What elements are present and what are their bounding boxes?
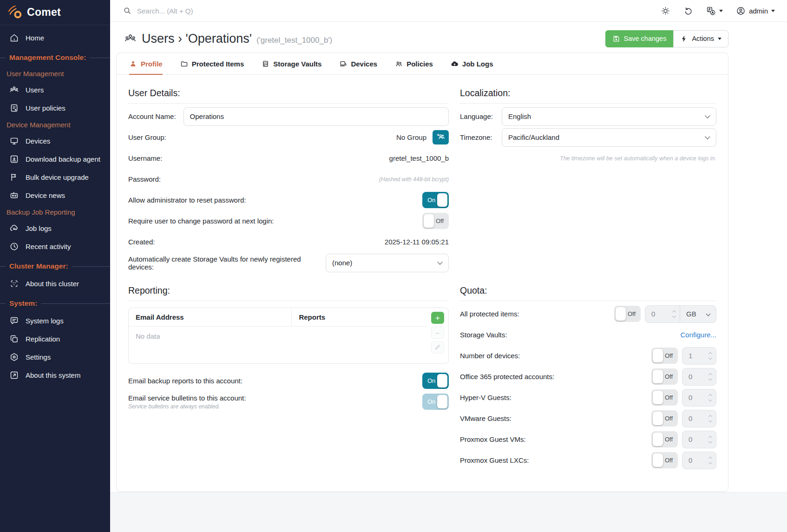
tab-policies[interactable]: Policies: [395, 53, 433, 74]
chevron-down-icon: [705, 134, 710, 139]
sidebar-item-user-policies[interactable]: User policies: [0, 99, 110, 117]
language-select[interactable]: English: [502, 107, 716, 126]
people-icon: [395, 60, 403, 68]
sidebar-item-label: Devices: [26, 137, 50, 145]
configure-link[interactable]: Configure...: [680, 331, 716, 339]
search-input[interactable]: [137, 7, 332, 15]
chat-log-icon: [9, 316, 19, 326]
sidebar-item-devices[interactable]: Devices: [0, 132, 110, 150]
quota-value-stepper[interactable]: 0: [682, 410, 716, 427]
pencil-icon: [434, 344, 441, 352]
gear-icon: [9, 352, 19, 362]
devices-quota-toggle[interactable]: Off: [651, 348, 678, 364]
home-icon: [9, 33, 19, 43]
allow-reset-toggle[interactable]: On: [422, 192, 449, 208]
toggle-knob: [653, 370, 663, 383]
sidebar-heading-cluster-manager: Cluster Manager:: [0, 257, 110, 275]
timezone-note: The timezone will be set automatically w…: [460, 155, 716, 162]
require-change-toggle[interactable]: Off: [422, 213, 449, 229]
brand-logo[interactable]: Comet: [0, 0, 110, 25]
sidebar-item-users[interactable]: Users: [0, 81, 110, 99]
comet-logo-icon: [7, 5, 23, 20]
admin-menu[interactable]: admin: [736, 6, 775, 16]
assign-group-button[interactable]: [433, 130, 449, 144]
save-icon: [612, 35, 620, 43]
main-area: Users › 'Operations' ('gretel_test_1000_…: [110, 22, 787, 532]
proxmox-lxc-quota-toggle[interactable]: Off: [651, 452, 678, 468]
quota-value-stepper[interactable]: 0: [682, 368, 716, 386]
row-password: Password: (Hashed with 448-bit bcrypt): [128, 169, 449, 190]
proxmox-vm-quota-toggle[interactable]: Off: [651, 431, 678, 447]
chevron-down-icon: [437, 259, 442, 264]
sidebar-item-about-this-cluster[interactable]: About this cluster: [0, 275, 110, 293]
toggle-knob: [653, 453, 663, 467]
hyperv-quota-toggle[interactable]: Off: [651, 389, 678, 406]
sidebar-item-label: User policies: [26, 104, 66, 112]
email-reports-toggle[interactable]: On: [422, 373, 449, 389]
toggle-knob: [437, 374, 447, 388]
tab-profile[interactable]: Profile: [129, 53, 163, 74]
section-title: Reporting:: [128, 285, 449, 301]
tab-bar: Profile Protected Items Storage Vaults D…: [117, 53, 728, 75]
quota-value-stepper[interactable]: 0: [682, 431, 716, 448]
office365-quota-toggle[interactable]: Off: [651, 368, 678, 385]
stepper-arrows-icon: [709, 415, 712, 422]
created-value: 2025-12-11 09:05:21: [385, 238, 449, 246]
theme-sun-icon[interactable]: [661, 6, 670, 16]
sidebar-item-home[interactable]: Home: [0, 29, 110, 47]
refresh-icon[interactable]: [683, 6, 693, 16]
section-title: Localization:: [460, 88, 716, 104]
monitor-icon: [9, 136, 19, 146]
row-username: Username: gretel_test_1000_b: [128, 148, 449, 169]
section-reporting: Reporting: Email Address Reports No data: [128, 285, 449, 412]
all-protected-items-toggle[interactable]: Off: [614, 306, 641, 322]
unit-select[interactable]: GB: [680, 306, 716, 322]
account-name-input[interactable]: [184, 107, 449, 126]
report-table-header: Email Address Reports: [129, 308, 428, 327]
add-report-button[interactable]: +: [431, 312, 444, 324]
sidebar-item-settings[interactable]: Settings: [0, 348, 110, 366]
server-stack-icon: [262, 60, 269, 68]
sidebar-item-download-backup-agent[interactable]: Download backup agent: [0, 150, 110, 168]
caret-down-icon: [718, 38, 721, 40]
search-icon: [123, 7, 131, 15]
row-hyperv-guests: Hyper-V Guests: Off 0: [460, 387, 716, 408]
sidebar-item-device-news[interactable]: Device news: [0, 186, 110, 204]
tab-devices[interactable]: Devices: [339, 53, 377, 74]
lightning-icon: [680, 35, 688, 43]
sidebar-item-label: System logs: [26, 317, 64, 325]
vmware-quota-toggle[interactable]: Off: [651, 410, 678, 427]
toggle-knob: [616, 307, 626, 321]
quota-value-stepper[interactable]: 0: [645, 306, 680, 322]
actions-button[interactable]: Actions: [673, 30, 728, 47]
copy-icon: [9, 334, 19, 344]
stepper-arrows-icon: [709, 353, 712, 359]
sidebar-item-job-logs[interactable]: Job logs: [0, 219, 110, 237]
app-root: Comet Home Management Console: User Mana…: [0, 0, 787, 532]
tab-protected-items[interactable]: Protected Items: [180, 53, 244, 74]
timezone-select[interactable]: Pacific/Auckland: [502, 128, 716, 147]
tab-job-logs[interactable]: Job Logs: [451, 53, 493, 74]
sidebar-item-bulk-device-upgrade[interactable]: Bulk device upgrade: [0, 168, 110, 186]
save-changes-button[interactable]: Save changes: [605, 30, 674, 47]
sidebar-item-about-this-system[interactable]: About this system: [0, 366, 110, 384]
page-subtitle: ('gretel_test_1000_b'): [256, 36, 332, 45]
sidebar-item-recent-activity[interactable]: Recent activity: [0, 237, 110, 256]
quota-value-stepper[interactable]: 0: [682, 389, 716, 407]
row-email-reports: Email backup reports to this account: On: [128, 370, 449, 391]
auto-vault-select[interactable]: (none): [326, 254, 449, 272]
remove-report-button[interactable]: −: [431, 327, 444, 339]
sidebar-item-label: Job logs: [26, 224, 52, 232]
quota-value-stepper[interactable]: 1: [682, 347, 716, 365]
edit-report-button[interactable]: [431, 342, 444, 354]
page-header: Users › 'Operations' ('gretel_test_1000_…: [110, 22, 787, 53]
row-account-name: Account Name:: [128, 106, 449, 127]
bulletins-note: Service bulletins are always enabled.: [128, 403, 246, 410]
language-switcher[interactable]: [706, 6, 723, 16]
quota-value-stepper[interactable]: 0: [682, 452, 716, 469]
section-user-details: User Details: Account Name: User Group: …: [128, 88, 449, 273]
toggle-knob: [424, 214, 434, 228]
tab-storage-vaults[interactable]: Storage Vaults: [262, 53, 321, 74]
sidebar-item-system-logs[interactable]: System logs: [0, 312, 110, 330]
sidebar-item-replication[interactable]: Replication: [0, 330, 110, 348]
